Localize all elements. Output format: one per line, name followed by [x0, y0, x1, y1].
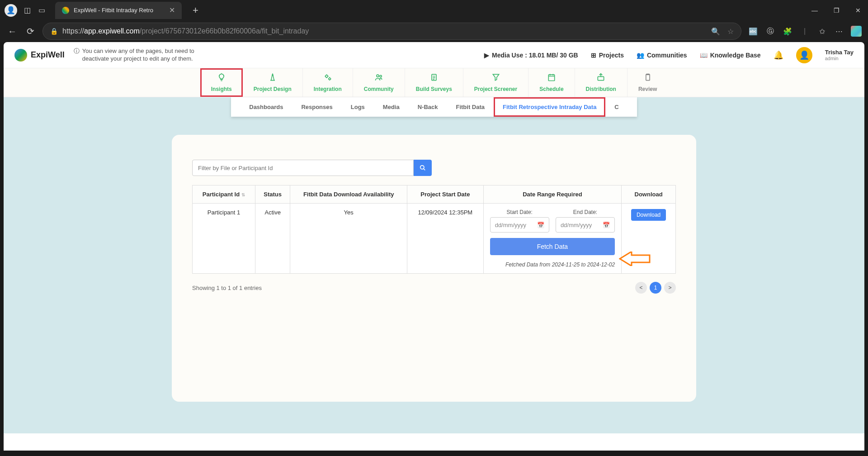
play-icon: ▶ — [484, 52, 489, 59]
end-date-placeholder: dd/mm/yyyy — [561, 222, 592, 228]
minimize-button[interactable]: — — [809, 7, 820, 14]
workspaces-icon[interactable]: ◫ — [23, 6, 32, 15]
knowledge-base-link[interactable]: 📖 Knowledge Base — [700, 52, 761, 59]
profile-icon[interactable]: 👤 — [5, 4, 17, 17]
th-participant-id[interactable]: Participant Id⇅ — [193, 185, 255, 204]
search-icon — [420, 165, 426, 171]
nav-tab-schedule[interactable]: Schedule — [528, 68, 575, 97]
book-icon: 📖 — [700, 52, 708, 59]
search-button[interactable] — [414, 160, 432, 176]
clipboard-icon — [429, 73, 439, 84]
content-panel: Participant Id⇅ Status Fitbit Data Downl… — [172, 135, 696, 402]
extensions-icon[interactable]: 🧩 — [782, 26, 793, 37]
app-viewport: ExpiWell ⓘ You can view any of the pages… — [4, 42, 864, 451]
nav-tab-insights[interactable]: Insights — [200, 68, 243, 97]
more-icon[interactable]: ⋯ — [834, 26, 844, 37]
notice-text: You can view any of the pages, but need … — [82, 48, 200, 63]
svg-point-4 — [380, 75, 382, 77]
search-input[interactable] — [192, 160, 414, 176]
sub-tab-nback[interactable]: N-Back — [409, 97, 447, 117]
close-window-button[interactable]: ✕ — [853, 7, 863, 14]
nav-tab-label: Integration — [314, 86, 342, 92]
nav-tab-project-screener[interactable]: Project Screener — [463, 68, 528, 97]
sub-tab-dashboards[interactable]: Dashboards — [240, 97, 292, 117]
start-date-input[interactable]: dd/mm/yyyy 📅 — [490, 217, 549, 233]
new-tab-button[interactable]: + — [193, 5, 198, 16]
logo[interactable]: ExpiWell — [14, 49, 65, 62]
start-date-placeholder: dd/mm/yyyy — [495, 222, 526, 228]
titlebar-left: 👤 ◫ ▭ ExpiWell - Fitbit Intraday Retro ✕… — [5, 2, 198, 19]
url-text: https://app.expiwell.com/project/6756730… — [62, 27, 707, 35]
fetch-data-button[interactable]: Fetch Data — [490, 238, 615, 255]
avatar[interactable]: 👤 — [796, 47, 812, 63]
nav-tab-distribution[interactable]: Distribution — [575, 68, 627, 97]
svg-point-3 — [377, 75, 379, 77]
translate-icon[interactable]: 🔤 — [748, 26, 759, 37]
grid-icon: ⊞ — [591, 52, 596, 59]
extension-g-icon[interactable]: Ⓖ — [765, 26, 776, 37]
nav-tab-label: Insights — [211, 86, 232, 92]
nav-tab-build-surveys[interactable]: Build Surveys — [405, 68, 463, 97]
nav-tab-review[interactable]: Review — [627, 68, 668, 97]
media-use[interactable]: ▶ Media Use : 18.01 MB/ 30 GB — [484, 52, 578, 59]
favorite-icon[interactable]: ☆ — [727, 27, 734, 36]
sub-tab-overflow[interactable]: C — [605, 97, 627, 117]
sub-tab-responses[interactable]: Responses — [292, 97, 341, 117]
calendar-icon: 📅 — [537, 222, 544, 228]
share-icon — [596, 73, 605, 84]
prev-page-button[interactable]: < — [635, 282, 647, 294]
extensions: 🔤 Ⓖ 🧩 | ✩ ⋯ — [748, 26, 862, 37]
start-date-group: Start Date: dd/mm/yyyy 📅 — [490, 209, 549, 233]
copilot-icon[interactable] — [851, 26, 862, 37]
maximize-button[interactable]: ❐ — [831, 7, 842, 14]
download-button[interactable]: Download — [631, 209, 666, 221]
th-download: Download — [622, 185, 676, 204]
th-start-date: Project Start Date — [407, 185, 484, 204]
favorites-icon[interactable]: ✩ — [816, 26, 827, 37]
url-prefix: https:// — [62, 27, 84, 35]
nav-tab-label: Schedule — [539, 86, 563, 92]
sub-tab-logs[interactable]: Logs — [342, 97, 374, 117]
browser-tab[interactable]: ExpiWell - Fitbit Intraday Retro ✕ — [55, 2, 182, 19]
compass-icon — [268, 73, 277, 84]
addressbar[interactable]: 🔒 https://app.expiwell.com/project/67567… — [42, 23, 741, 40]
refresh-button[interactable]: ⟳ — [24, 25, 36, 37]
end-date-input[interactable]: dd/mm/yyyy 📅 — [556, 217, 615, 233]
page-1-button[interactable]: 1 — [650, 282, 661, 294]
table-header-row: Participant Id⇅ Status Fitbit Data Downl… — [193, 185, 676, 204]
svg-point-1 — [326, 75, 328, 77]
projects-text: Projects — [599, 52, 624, 59]
sub-tabs-wrapper: Dashboards Responses Logs Media N-Back F… — [4, 97, 864, 117]
communities-link[interactable]: 👥 Communities — [637, 52, 687, 59]
th-date-range: Date Range Required — [483, 185, 621, 204]
nav-tab-community[interactable]: Community — [353, 68, 405, 97]
tabs-icon[interactable]: ▭ — [37, 6, 46, 15]
nav-tab-integration[interactable]: Integration — [303, 68, 353, 97]
url-path: /project/675673012e66b0b82f60006a/fit_bi… — [140, 27, 309, 35]
bell-icon[interactable]: 🔔 — [774, 50, 783, 60]
data-table: Participant Id⇅ Status Fitbit Data Downl… — [192, 185, 676, 274]
sub-tab-media[interactable]: Media — [374, 97, 409, 117]
nav-tabs: Insights Project Design Integration Comm… — [4, 68, 864, 97]
people-icon: 👥 — [637, 52, 644, 59]
projects-link[interactable]: ⊞ Projects — [591, 52, 624, 59]
user-info[interactable]: Trisha Tay admin — [825, 49, 854, 61]
media-use-text: Media Use : 18.01 MB/ 30 GB — [492, 52, 578, 59]
svg-point-0 — [272, 75, 273, 76]
sub-tab-fitbit-data[interactable]: Fitbit Data — [447, 97, 494, 117]
close-icon[interactable]: ✕ — [169, 6, 175, 14]
info-icon: ⓘ — [74, 48, 80, 55]
sub-tab-fitbit-retrospective[interactable]: Fitbit Retrospective Intraday Data — [494, 97, 605, 117]
pagination: < 1 > — [635, 282, 676, 294]
calendar-icon — [547, 73, 556, 84]
back-button[interactable]: ← — [6, 25, 18, 37]
window-controls: — ❐ ✕ — [809, 7, 863, 14]
zoom-icon[interactable]: 🔍 — [711, 27, 720, 36]
nav-tab-project-design[interactable]: Project Design — [243, 68, 303, 97]
funnel-icon — [491, 73, 500, 84]
nav-tab-label: Review — [638, 86, 657, 92]
table-footer: Showing 1 to 1 of 1 entries < 1 > — [192, 282, 676, 294]
logo-icon — [14, 49, 27, 62]
next-page-button[interactable]: > — [664, 282, 676, 294]
header-right: ▶ Media Use : 18.01 MB/ 30 GB ⊞ Projects… — [484, 47, 854, 63]
